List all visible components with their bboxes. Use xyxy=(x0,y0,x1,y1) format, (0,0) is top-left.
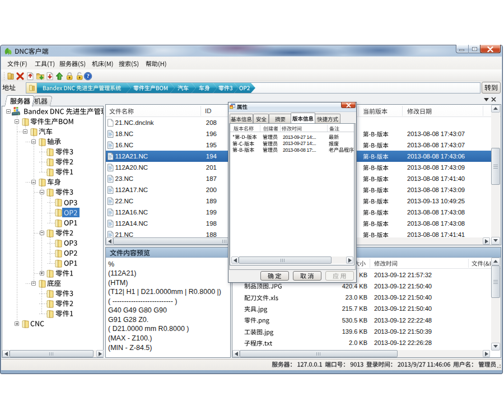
svg-text:?: ? xyxy=(86,73,89,79)
